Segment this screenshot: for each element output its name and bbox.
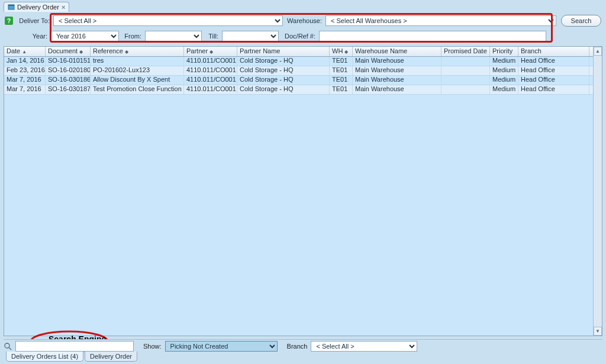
- cell: Main Warehouse: [353, 66, 441, 75]
- table-row[interactable]: Jan 14, 2016SO-16-010151tres4110.011/CO0…: [4, 57, 602, 66]
- cell: Medium: [490, 66, 518, 75]
- cell: Cold Storage - HQ: [237, 85, 330, 94]
- cell: Medium: [490, 85, 518, 94]
- cell: Feb 23, 2016: [4, 66, 46, 75]
- cell: [441, 66, 490, 75]
- col-partner[interactable]: Partner ◆: [184, 47, 237, 56]
- svg-point-3: [5, 343, 9, 348]
- table-row[interactable]: Mar 7, 2016SO-16-030186Allow Discount By…: [4, 76, 602, 85]
- docref-input[interactable]: [319, 31, 546, 41]
- cell: 4110.011/CO001: [184, 57, 237, 66]
- cell: Head Office: [518, 57, 589, 66]
- cell: TE01: [330, 66, 353, 75]
- show-label: Show:: [143, 343, 162, 350]
- cell: tres: [91, 57, 184, 66]
- cell: Head Office: [518, 76, 589, 85]
- cell: Cold Storage - HQ: [237, 57, 330, 66]
- cell: Head Office: [518, 85, 589, 94]
- cell: Mar 7, 2016: [4, 85, 46, 94]
- cell: 4110.011/CO001: [184, 76, 237, 85]
- cell: 4110.011/CO001: [184, 66, 237, 75]
- cell: Test Promotion Close Function: [91, 85, 184, 94]
- search-icon: [4, 342, 12, 350]
- warehouse-select[interactable]: < Select All Warehouses >: [325, 15, 556, 26]
- search-button[interactable]: Search: [561, 15, 601, 27]
- deliver-to-select[interactable]: < Select All >: [53, 15, 283, 26]
- col-warehouse-name[interactable]: Warehouse Name: [353, 47, 441, 56]
- branch-filter-select[interactable]: < Select All >: [311, 341, 417, 352]
- scroll-up-icon[interactable]: ▲: [594, 47, 602, 56]
- cell: Medium: [490, 76, 518, 85]
- cell: Allow Discount By X Spent: [91, 76, 184, 85]
- deliver-to-label: Deliver To:: [17, 17, 50, 24]
- cell: Main Warehouse: [353, 57, 441, 66]
- table-row[interactable]: Mar 7, 2016SO-16-030187Test Promotion Cl…: [4, 85, 602, 95]
- cell: Mar 7, 2016: [4, 76, 46, 85]
- cell: SO-16-030187: [46, 85, 91, 94]
- branch-filter-label: Branch: [287, 343, 308, 350]
- sort-asc-icon: ▲: [22, 49, 27, 54]
- col-wh[interactable]: WH ◆: [330, 47, 353, 56]
- data-grid: Date▲ Document ◆ Reference ◆ Partner ◆ P…: [4, 46, 602, 336]
- table-row[interactable]: Feb 23, 2016SO-16-020180PO-201602-Lux123…: [4, 66, 602, 76]
- grid-header-row: Date▲ Document ◆ Reference ◆ Partner ◆ P…: [4, 47, 602, 57]
- cell: TE01: [330, 57, 353, 66]
- vertical-scrollbar[interactable]: ▲ ▼: [593, 47, 602, 336]
- year-select[interactable]: Year 2016: [51, 31, 119, 41]
- cell: TE01: [330, 85, 353, 94]
- col-partner-name[interactable]: Partner Name: [237, 47, 330, 56]
- cell: 4110.011/CO001: [184, 85, 237, 94]
- cell: SO-16-010151: [46, 57, 91, 66]
- docref-label: Doc/Ref #:: [282, 33, 315, 40]
- svg-rect-1: [8, 5, 14, 6]
- document-tab-title: Delivery Order: [17, 4, 59, 11]
- col-branch[interactable]: Branch: [518, 47, 589, 56]
- tab-delivery-orders-list[interactable]: Delivery Orders List (4): [6, 352, 83, 362]
- cell: Main Warehouse: [353, 76, 441, 85]
- col-date[interactable]: Date▲: [4, 47, 46, 56]
- cell: Medium: [490, 57, 518, 66]
- col-reference[interactable]: Reference ◆: [91, 47, 184, 56]
- year-label: Year:: [5, 33, 47, 40]
- scroll-down-icon[interactable]: ▼: [594, 327, 602, 336]
- cell: [441, 85, 490, 94]
- quick-search-input[interactable]: [15, 341, 134, 352]
- cell: PO-201602-Lux123: [91, 66, 184, 75]
- help-icon[interactable]: ?: [5, 17, 13, 25]
- col-promised-date[interactable]: Promised Date: [441, 47, 490, 56]
- document-tab[interactable]: Delivery Order ×: [4, 2, 69, 12]
- svg-line-4: [9, 347, 11, 350]
- close-icon[interactable]: ×: [62, 4, 65, 11]
- cell: [441, 76, 490, 85]
- tab-delivery-order[interactable]: Delivery Order: [85, 352, 137, 362]
- cell: SO-16-030186: [46, 76, 91, 85]
- till-select[interactable]: [222, 31, 279, 41]
- cell: Head Office: [518, 66, 589, 75]
- cell: TE01: [330, 76, 353, 85]
- from-label: From:: [123, 33, 141, 40]
- col-priority[interactable]: Priority: [490, 47, 518, 56]
- cell: SO-16-020180: [46, 66, 91, 75]
- cell: Cold Storage - HQ: [237, 66, 330, 75]
- from-select[interactable]: [145, 31, 202, 41]
- cell: [441, 57, 490, 66]
- delivery-order-icon: [8, 4, 15, 11]
- cell: Cold Storage - HQ: [237, 76, 330, 85]
- show-select[interactable]: Picking Not Created: [165, 341, 278, 352]
- warehouse-label: Warehouse:: [286, 17, 322, 24]
- cell: Main Warehouse: [353, 85, 441, 94]
- till-label: Till:: [205, 33, 218, 40]
- col-document[interactable]: Document ◆: [46, 47, 91, 56]
- cell: Jan 14, 2016: [4, 57, 46, 66]
